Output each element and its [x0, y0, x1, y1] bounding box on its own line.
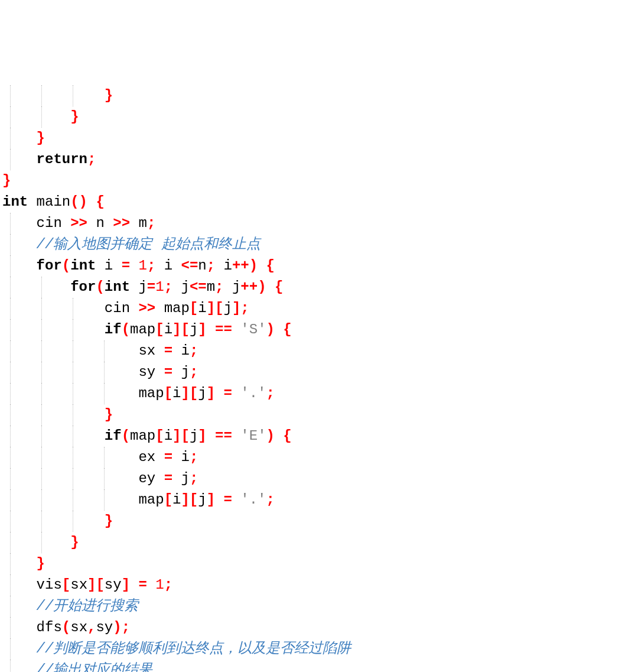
token-id: j	[172, 470, 190, 486]
code-line: sx = i;	[2, 340, 636, 362]
code-line: ex = i;	[2, 447, 636, 468]
token-op: ;	[164, 577, 172, 593]
token-cm: //输入地图并确定 起始点和终止点	[37, 236, 261, 252]
token-id	[232, 385, 240, 401]
token-op: ++	[240, 279, 258, 295]
token-br: }	[105, 87, 113, 103]
token-br: [	[190, 300, 198, 316]
token-br: }	[37, 556, 45, 572]
indent	[2, 322, 105, 337]
token-op: ;	[147, 258, 155, 274]
token-br: [	[164, 492, 172, 508]
token-br: {	[96, 194, 104, 210]
token-op: ;	[240, 300, 249, 316]
token-op: ,	[87, 619, 96, 635]
token-op: ;	[266, 492, 275, 508]
token-br: }	[37, 130, 45, 146]
token-str: 'E'	[240, 428, 266, 444]
token-cm: //开始进行搜索	[37, 598, 139, 614]
token-br: {	[283, 322, 291, 337]
code-line: ey = j;	[2, 468, 636, 489]
token-id: j	[190, 322, 198, 337]
token-br: )	[113, 619, 121, 635]
token-kw: int	[105, 279, 139, 295]
code-line: map[i][j] = '.';	[2, 489, 636, 511]
code-block: } } } return;}int main() { cin >> n >> m…	[0, 85, 638, 672]
token-id: i	[172, 449, 190, 465]
token-br: {	[266, 258, 275, 274]
token-br: (	[122, 428, 130, 444]
token-id: cin	[105, 300, 139, 316]
token-op: ;	[190, 343, 198, 359]
token-id: ey	[138, 470, 164, 486]
code-line: dfs(sx,sy);	[2, 617, 636, 638]
token-op: =	[147, 279, 155, 295]
token-id: main	[37, 194, 71, 210]
token-op: ;	[87, 151, 96, 167]
token-id: sy	[105, 577, 122, 593]
code-line: }	[2, 128, 636, 149]
token-id: ex	[138, 449, 164, 465]
code-line: //输出对应的结果	[2, 660, 636, 672]
code-line: }	[2, 511, 636, 532]
token-id	[275, 322, 283, 337]
code-line: for(int i = 1; i <=n; i++) {	[2, 255, 636, 277]
code-line: cin >> map[i][j];	[2, 298, 636, 319]
token-br: {	[283, 428, 291, 444]
token-str: 'S'	[240, 322, 266, 337]
token-id	[215, 492, 223, 508]
code-line: sy = j;	[2, 362, 636, 383]
code-line: //判断是否能够顺利到达终点，以及是否经过陷阱	[2, 638, 636, 660]
indent	[2, 215, 37, 231]
token-id: vis	[37, 577, 62, 593]
token-br: ]	[207, 385, 215, 401]
token-id: n	[87, 215, 113, 231]
token-kw: if	[105, 428, 122, 444]
token-id: i	[198, 300, 206, 316]
indent	[2, 470, 138, 486]
token-br: ]	[207, 492, 215, 508]
token-id: i	[155, 258, 181, 274]
token-br: (	[96, 279, 104, 295]
token-br: ][	[87, 577, 105, 593]
token-kw: for	[37, 258, 62, 274]
code-line: for(int j=1; j<=m; j++) {	[2, 277, 636, 298]
indent	[2, 151, 37, 167]
token-id	[266, 279, 275, 295]
token-op: =	[164, 470, 172, 486]
token-op: =	[164, 364, 172, 380]
token-id	[215, 385, 223, 401]
token-op: ==	[215, 428, 232, 444]
token-id	[207, 428, 215, 444]
token-id	[232, 492, 240, 508]
token-cm: //输出对应的结果	[37, 662, 153, 672]
token-br: ][	[207, 300, 224, 316]
indent	[2, 619, 37, 635]
token-br: }	[70, 109, 79, 125]
token-id	[232, 322, 240, 337]
token-id: i	[215, 258, 232, 274]
token-str: '.'	[240, 492, 266, 508]
token-br: (	[62, 619, 70, 635]
token-op: ;	[215, 279, 223, 295]
token-br: ]	[198, 322, 206, 337]
token-id	[87, 194, 96, 210]
token-op: >>	[113, 215, 130, 231]
indent	[2, 236, 37, 252]
token-op: ;	[164, 279, 172, 295]
token-br: )	[266, 428, 275, 444]
code-line: return;	[2, 149, 636, 170]
token-br: )	[258, 279, 266, 295]
token-op: ;	[190, 470, 198, 486]
token-br: ][	[181, 492, 198, 508]
token-op: ++	[232, 258, 249, 274]
indent	[2, 343, 138, 359]
token-br: ]	[122, 577, 130, 593]
indent	[2, 641, 37, 657]
token-id: j	[190, 428, 198, 444]
indent	[2, 492, 138, 508]
token-kw: return	[37, 151, 87, 167]
token-br: ][	[181, 385, 198, 401]
code-line: }	[2, 404, 636, 426]
token-op: =	[224, 385, 232, 401]
